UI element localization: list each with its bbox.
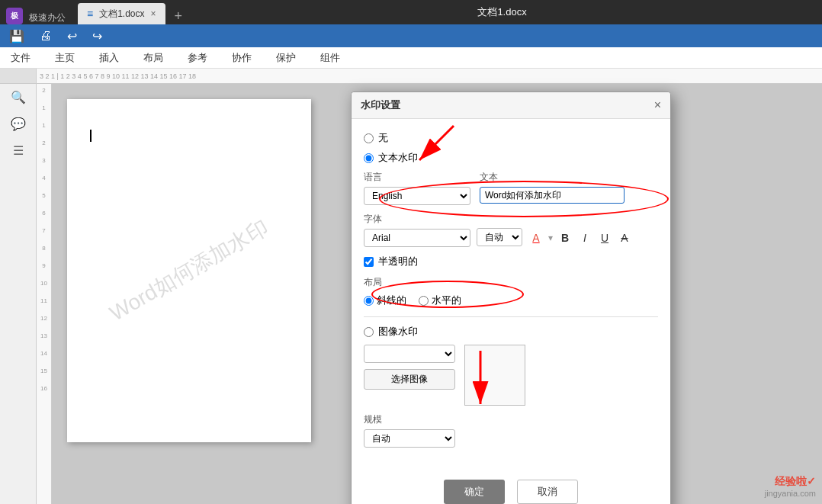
menu-collaborate[interactable]: 协作 xyxy=(227,50,256,66)
text-watermark-label: 文本水印 xyxy=(378,151,418,165)
image-controls: 选择图像 xyxy=(364,345,455,390)
ruler-area: 3 2 1 | 1 2 3 4 5 6 7 8 9 10 11 12 13 14… xyxy=(0,69,822,84)
layout-section-label: 布局 xyxy=(364,276,658,289)
text-cursor xyxy=(90,130,92,142)
dialog-close-button[interactable]: × xyxy=(654,98,661,112)
font-row: 字体 Arial 自动 A ▾ B I U A xyxy=(364,213,658,247)
scale-select[interactable]: 自动 xyxy=(364,429,455,448)
font-select[interactable]: Arial xyxy=(364,229,470,247)
font-col: 字体 Arial xyxy=(364,213,470,247)
menu-home[interactable]: 主页 xyxy=(50,50,79,66)
bold-button[interactable]: B xyxy=(557,230,573,246)
save-button[interactable]: 💾 xyxy=(6,27,27,45)
language-select[interactable]: English xyxy=(364,187,470,205)
search-icon[interactable]: 🔍 xyxy=(11,90,26,104)
cancel-button[interactable]: 取消 xyxy=(517,480,578,504)
none-radio[interactable] xyxy=(364,133,374,143)
app-name: 极速办公 xyxy=(29,11,66,24)
semi-transparent-checkbox[interactable] xyxy=(364,257,374,267)
image-preview xyxy=(464,345,525,406)
print-button[interactable]: 🖨 xyxy=(37,27,55,44)
size-label xyxy=(477,214,522,225)
menu-protect[interactable]: 保护 xyxy=(271,50,300,66)
toolbar: 💾 🖨 ↩ ↪ xyxy=(0,24,822,47)
horizontal-label: 水平的 xyxy=(432,294,461,307)
ruler-corner xyxy=(0,69,37,83)
font-label: 字体 xyxy=(364,213,470,226)
menu-file[interactable]: 文件 xyxy=(6,50,35,66)
language-text-row: 语言 English 文本 xyxy=(364,171,658,205)
dialog-footer: 确定 取消 xyxy=(352,472,670,504)
language-col: 语言 English xyxy=(364,171,470,205)
underline-button[interactable]: U xyxy=(597,230,612,246)
section-divider xyxy=(364,316,658,317)
language-label: 语言 xyxy=(364,171,470,184)
new-tab-button[interactable]: + xyxy=(175,8,183,24)
app-icon: 极 xyxy=(6,8,23,24)
horizontal-option: 水平的 xyxy=(419,294,461,307)
font-controls: A ▾ B I U A xyxy=(528,230,632,246)
menu-components[interactable]: 组件 xyxy=(316,50,345,66)
image-section: 选择图像 xyxy=(364,345,658,406)
scale-section: 规模 自动 xyxy=(364,413,658,448)
semi-transparent-row: 半透明的 xyxy=(364,255,658,268)
font-color-button[interactable]: A xyxy=(528,230,544,246)
menu-layout[interactable]: 布局 xyxy=(139,50,168,66)
watermark-dialog: 水印设置 × 无 文本水印 语言 English xyxy=(351,91,671,504)
select-image-button[interactable]: 选择图像 xyxy=(364,369,455,390)
vertical-ruler: 2112345678910111213141516 xyxy=(37,84,52,504)
dialog-title: 水印设置 xyxy=(361,98,400,112)
title-bar: 极 极速办公 ≡ 文档1.docx × + 文档1.docx xyxy=(0,0,822,24)
left-sidebar: 🔍 💬 ☰ xyxy=(0,84,37,504)
layout-options-row: 斜线的 水平的 xyxy=(364,294,658,307)
watermark-preview: Word如何添加水印 xyxy=(104,213,274,328)
image-watermark-label: 图像水印 xyxy=(378,325,418,339)
redo-button[interactable]: ↪ xyxy=(89,27,105,45)
text-col: 文本 xyxy=(480,171,625,205)
text-watermark-input[interactable] xyxy=(480,187,625,204)
undo-button[interactable]: ↩ xyxy=(64,27,80,45)
image-watermark-option-row: 图像水印 xyxy=(364,325,658,339)
dialog-body: 无 文本水印 语言 English 文本 xyxy=(352,119,670,472)
confirm-button[interactable]: 确定 xyxy=(444,480,505,504)
text-watermark-option-row: 文本水印 xyxy=(364,151,658,165)
tab-label: 文档1.docx xyxy=(99,8,144,21)
tab-area: 极 极速办公 ≡ 文档1.docx × + xyxy=(6,0,182,24)
window-title: 文档1.docx xyxy=(188,5,816,19)
menu-bar: 文件 主页 插入 布局 参考 协作 保护 组件 xyxy=(0,47,822,69)
none-label: 无 xyxy=(378,131,388,145)
list-icon[interactable]: ☰ xyxy=(13,143,24,158)
diagonal-label: 斜线的 xyxy=(377,294,406,307)
horizontal-ruler: 3 2 1 | 1 2 3 4 5 6 7 8 9 10 11 12 13 14… xyxy=(37,69,822,83)
strikethrough-button[interactable]: A xyxy=(617,230,632,246)
menu-reference[interactable]: 参考 xyxy=(183,50,212,66)
image-source-select[interactable] xyxy=(364,345,455,363)
horizontal-radio[interactable] xyxy=(419,296,429,306)
text-watermark-radio[interactable] xyxy=(364,153,374,163)
semi-transparent-label: 半透明的 xyxy=(378,255,418,268)
menu-insert[interactable]: 插入 xyxy=(95,50,124,66)
scale-label: 规模 xyxy=(364,413,658,426)
doc-icon: ≡ xyxy=(87,8,93,20)
document-page: Word如何添加水印 xyxy=(67,99,311,442)
size-select[interactable]: 自动 xyxy=(477,228,522,246)
text-field-label: 文本 xyxy=(480,171,625,184)
size-col: 自动 xyxy=(477,214,522,246)
italic-button[interactable]: I xyxy=(577,230,592,246)
image-watermark-radio[interactable] xyxy=(364,327,374,337)
tab-close-button[interactable]: × xyxy=(151,8,156,19)
image-row: 选择图像 xyxy=(364,345,658,406)
comment-icon[interactable]: 💬 xyxy=(11,117,26,131)
diagonal-option: 斜线的 xyxy=(364,294,406,307)
active-tab[interactable]: ≡ 文档1.docx × xyxy=(78,3,165,24)
none-option-row: 无 xyxy=(364,131,658,145)
color-dropdown-icon[interactable]: ▾ xyxy=(548,233,553,243)
diagonal-radio[interactable] xyxy=(364,296,374,306)
dialog-titlebar: 水印设置 × xyxy=(352,92,670,119)
layout-section: 布局 斜线的 水平的 xyxy=(364,276,658,307)
